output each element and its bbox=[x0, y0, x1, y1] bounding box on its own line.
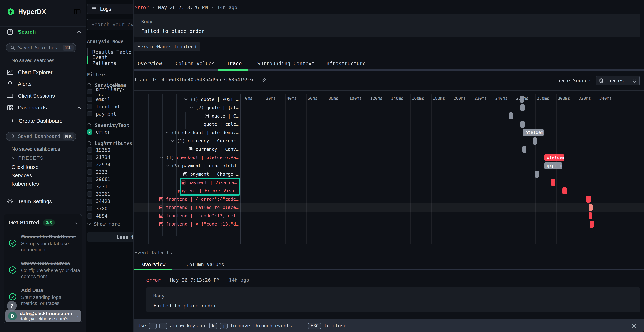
filter-option-19350[interactable]: 19350 bbox=[87, 146, 133, 154]
trace-tree-row[interactable]: (1)currency | Currenc… bbox=[170, 137, 239, 145]
checkbox[interactable] bbox=[87, 199, 92, 204]
filter-option-frontend[interactable]: frontend bbox=[87, 103, 133, 110]
checkbox[interactable] bbox=[87, 89, 92, 94]
get-started-item[interactable]: Create Data Sources Configure where your… bbox=[8, 260, 77, 280]
checkbox[interactable] bbox=[87, 162, 92, 167]
chevron-up-icon[interactable] bbox=[72, 221, 77, 224]
chevron-down-icon[interactable] bbox=[165, 131, 169, 134]
trace-tree-row[interactable]: (1)quote | POST … bbox=[184, 95, 239, 104]
checkbox[interactable] bbox=[87, 170, 92, 174]
trace-tree-row[interactable]: frontend | Failed to place… bbox=[159, 204, 239, 212]
sidebar-item-dashboards[interactable]: Dashboards bbox=[0, 104, 86, 111]
saved-searches-search[interactable]: ⌘K bbox=[6, 43, 76, 52]
span-duration-bar[interactable] bbox=[509, 112, 513, 120]
sidebar-item-team-settings[interactable]: Team Settings bbox=[0, 198, 86, 205]
chevron-down-icon[interactable] bbox=[165, 164, 169, 167]
checkbox[interactable] bbox=[87, 148, 92, 152]
span-duration-bar[interactable] bbox=[520, 104, 524, 111]
trace-tree-row[interactable]: frontend | {"error":{"code… bbox=[159, 195, 239, 203]
span-duration-bar[interactable] bbox=[535, 171, 539, 178]
tab-infrastructure[interactable]: Infrastructure bbox=[324, 60, 366, 68]
chevron-down-icon[interactable] bbox=[170, 140, 174, 142]
trace-tree-row[interactable]: frontend | {"code":13,"det… bbox=[159, 212, 239, 220]
span-duration-bar[interactable]: grpc.o bbox=[544, 162, 562, 170]
filter-option-payment[interactable]: payment bbox=[87, 110, 133, 118]
filter-option-37801[interactable]: 37801 bbox=[87, 205, 133, 212]
event-search-input[interactable] bbox=[91, 22, 133, 28]
filter-option-33261[interactable]: 33261 bbox=[87, 190, 133, 198]
span-duration-bar[interactable] bbox=[520, 96, 524, 103]
get-started-item[interactable]: Add Data Start sending logs, metrics, or… bbox=[8, 287, 77, 306]
checkbox[interactable] bbox=[87, 214, 92, 218]
chevron-down-icon[interactable] bbox=[189, 106, 193, 109]
event-search-box[interactable] bbox=[87, 19, 133, 30]
checkbox[interactable] bbox=[87, 184, 92, 189]
chevron-down-icon[interactable] bbox=[184, 98, 188, 100]
tree-scrollbar[interactable] bbox=[240, 94, 241, 244]
preset-item[interactable]: Kubernetes bbox=[12, 180, 39, 188]
saved-searches-input[interactable] bbox=[18, 45, 60, 50]
filter-option-4894[interactable]: 4894 bbox=[87, 212, 133, 220]
chevron-down-icon[interactable] bbox=[160, 156, 164, 159]
preset-item[interactable]: ClickHouse bbox=[12, 163, 39, 171]
filter-option-29081[interactable]: 29081 bbox=[87, 176, 133, 183]
filter-option-error[interactable]: ✓error bbox=[87, 128, 133, 136]
checkbox[interactable] bbox=[87, 96, 92, 102]
trace-tree-row[interactable]: (1)checkout | oteldemo.… bbox=[165, 128, 239, 137]
preset-item[interactable]: Services bbox=[12, 171, 39, 180]
span-duration-bar[interactable] bbox=[522, 146, 526, 153]
trace-tree-row[interactable]: frontend | × {"code":13,"d… bbox=[159, 220, 239, 228]
checkbox[interactable] bbox=[87, 104, 92, 109]
trace-tree-row[interactable]: currency | Conv… bbox=[188, 145, 239, 153]
span-duration-bar[interactable] bbox=[588, 204, 593, 211]
sidebar-item-chart-explorer[interactable]: Chart Explorer bbox=[0, 69, 86, 76]
span-duration-bar[interactable] bbox=[562, 187, 566, 194]
filter-option-32311[interactable]: 32311 bbox=[87, 183, 133, 190]
tab-overview[interactable]: Overview bbox=[138, 60, 162, 68]
sidebar-item-search[interactable]: Search bbox=[0, 28, 86, 36]
checkbox[interactable] bbox=[87, 177, 92, 182]
filter-option-34423[interactable]: 34423 bbox=[87, 198, 133, 205]
presets-toggle[interactable]: PRESETS bbox=[12, 155, 44, 161]
saved-dashboards-input[interactable] bbox=[18, 134, 60, 139]
trace-tree-row[interactable]: (2)quote | {cl… bbox=[189, 104, 239, 112]
event-details-tab-overview[interactable]: Overview bbox=[142, 261, 166, 268]
span-duration-bar[interactable] bbox=[588, 212, 592, 219]
saved-dashboards-search[interactable]: ⌘K bbox=[6, 132, 76, 141]
sidebar-item-client-sessions[interactable]: Client Sessions bbox=[0, 92, 86, 100]
get-started-item[interactable]: Connect to ClickHouse Set up your databa… bbox=[8, 234, 77, 253]
source-select[interactable]: Logs bbox=[87, 4, 133, 14]
analysis-mode-option[interactable]: Event Patterns bbox=[87, 56, 133, 64]
span-duration-bar[interactable]: oteldem bbox=[544, 154, 564, 161]
filter-option-21734[interactable]: 21734 bbox=[87, 154, 133, 161]
checkbox[interactable] bbox=[87, 206, 92, 211]
less-filters-button[interactable]: Less fil bbox=[87, 232, 133, 242]
show-more-button[interactable]: Show more bbox=[87, 221, 133, 227]
span-duration-bar[interactable] bbox=[533, 138, 537, 144]
filter-option-22974[interactable]: 22974 bbox=[87, 161, 133, 168]
close-icon[interactable]: ✕ bbox=[631, 322, 637, 330]
collapse-sidebar-icon[interactable] bbox=[74, 9, 81, 15]
span-duration-bar[interactable] bbox=[520, 121, 524, 128]
trace-source-select[interactable]: Traces bbox=[596, 76, 640, 85]
tab-column-values[interactable]: Column Values bbox=[176, 60, 215, 68]
sidebar-item-alerts[interactable]: Alerts bbox=[0, 80, 86, 88]
user-menu[interactable]: D dale@clickhouse.com dale@clickhouse.co… bbox=[5, 310, 81, 322]
create-dashboard-button[interactable]: + Create Dashboard bbox=[0, 117, 86, 124]
tab-surrounding-context[interactable]: Surrounding Context bbox=[257, 60, 314, 68]
event-details-tab-column-values[interactable]: Column Values bbox=[186, 261, 224, 268]
trace-tree-row[interactable]: quote | calc… bbox=[204, 120, 239, 128]
service-name-chip[interactable]: ServiceName: frontend bbox=[134, 42, 200, 51]
span-duration-bar[interactable] bbox=[586, 196, 591, 203]
tab-trace[interactable]: Trace bbox=[227, 60, 242, 68]
filter-option-2333[interactable]: 2333 bbox=[87, 168, 133, 176]
edit-pencil-icon[interactable] bbox=[261, 77, 267, 82]
checkbox[interactable] bbox=[87, 192, 92, 196]
checkbox[interactable] bbox=[87, 111, 92, 116]
trace-tree-row[interactable]: quote | C… bbox=[204, 112, 239, 120]
help-button[interactable]: ? bbox=[7, 301, 17, 311]
checkbox[interactable] bbox=[87, 155, 92, 160]
span-duration-bar[interactable]: oteldem bbox=[523, 129, 544, 136]
trace-tree-row[interactable]: (1)checkout | oteldemo.Pa… bbox=[160, 154, 239, 162]
trace-tree-row[interactable]: (3)payment | grpc.oteld… bbox=[165, 162, 239, 170]
